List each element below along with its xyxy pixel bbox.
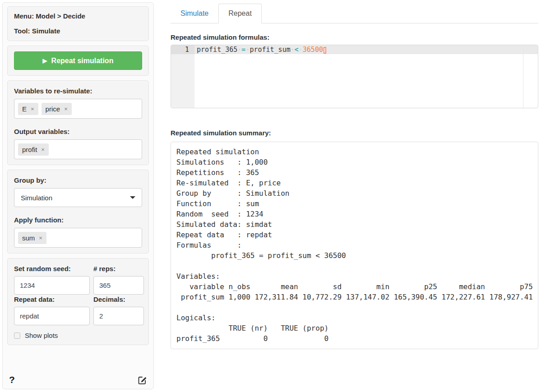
sidebar-footer: ?: [9, 374, 147, 386]
menu-info-panel: Menu: Model > Decide Tool: Simulate: [7, 6, 149, 41]
remove-icon[interactable]: ×: [31, 106, 34, 112]
reps-input[interactable]: [93, 276, 144, 295]
play-icon: ▶: [43, 58, 47, 64]
variables-panel: Variables to re-simulate: E × price × Ou…: [7, 80, 149, 165]
group-by-value: Simulation: [21, 194, 52, 202]
code-token: 36500: [303, 46, 323, 54]
decimals-input[interactable]: [93, 307, 144, 325]
tag-profit[interactable]: profit ×: [18, 143, 49, 156]
tag-label: E: [22, 105, 27, 113]
tag-label: price: [46, 105, 60, 113]
repeat-data-input[interactable]: [14, 307, 90, 325]
summary-heading: Repeated simulation summary:: [171, 129, 538, 137]
repeat-simulation-button[interactable]: ▶ Repeat simulation: [14, 51, 142, 70]
show-plots-label[interactable]: Show plots: [25, 332, 58, 339]
remove-icon[interactable]: ×: [39, 235, 42, 241]
group-by-select[interactable]: Simulation: [14, 188, 142, 207]
seed-label: Set random seed:: [14, 265, 90, 272]
whitespace-dot: [291, 46, 295, 54]
settings-panel: Set random seed: # reps: Repeat data: De…: [7, 258, 149, 345]
editor-gutter: [171, 45, 194, 108]
tool-label: Tool: Simulate: [14, 27, 142, 35]
line-number: 1: [171, 45, 189, 54]
repeat-simulation-button-label: Repeat simulation: [51, 57, 114, 65]
help-icon[interactable]: ?: [9, 374, 15, 385]
edit-report-icon[interactable]: [138, 375, 147, 385]
tab-repeat[interactable]: Repeat: [218, 4, 262, 23]
formulas-heading: Repeated simulation formulas:: [171, 33, 538, 41]
resim-input[interactable]: E × price ×: [14, 99, 142, 119]
apply-function-label: Apply function:: [14, 216, 142, 224]
output-vars-input[interactable]: profit ×: [14, 139, 142, 159]
run-panel: ▶ Repeat simulation: [7, 46, 149, 76]
tag-E[interactable]: E ×: [18, 103, 38, 115]
tag-price[interactable]: price ×: [42, 103, 72, 115]
group-by-label: Group by:: [14, 176, 142, 184]
whitespace-dot: [299, 46, 303, 54]
tab-bar: Simulate Repeat: [171, 4, 538, 23]
tag-sum[interactable]: sum ×: [18, 232, 46, 244]
code-token: <: [295, 46, 299, 54]
summary-text: Repeated simulation Simulations : 1,000 …: [176, 147, 534, 344]
show-plots-checkbox[interactable]: [14, 332, 20, 339]
repeat-data-label: Repeat data:: [14, 295, 90, 303]
code-token: profit_sum: [250, 46, 290, 54]
caret-down-icon: [130, 196, 135, 199]
text-cursor: [324, 47, 326, 54]
seed-input[interactable]: [14, 276, 90, 295]
formula-code-line[interactable]: profit_365=profit_sum<36500: [197, 45, 326, 54]
sidebar: Menu: Model > Decide Tool: Simulate ▶ Re…: [2, 2, 154, 389]
main-panel: Simulate Repeat Repeated simulation form…: [171, 4, 538, 349]
remove-icon[interactable]: ×: [41, 146, 45, 153]
tag-label: sum: [22, 234, 35, 242]
summary-output: Repeated simulation Simulations : 1,000 …: [171, 142, 538, 349]
editor-print-margin: [523, 45, 523, 108]
grouping-panel: Group by: Simulation Apply function: sum…: [7, 170, 149, 254]
formula-editor[interactable]: 1 profit_365=profit_sum<36500: [171, 45, 538, 108]
resim-label: Variables to re-simulate:: [14, 87, 142, 95]
output-vars-label: Output variables:: [14, 128, 142, 135]
tab-simulate[interactable]: Simulate: [171, 4, 218, 23]
menu-breadcrumb: Menu: Model > Decide: [14, 12, 142, 20]
apply-function-input[interactable]: sum ×: [14, 228, 142, 248]
decimals-label: Decimals:: [93, 295, 144, 303]
remove-icon[interactable]: ×: [64, 106, 68, 112]
whitespace-dot: [237, 46, 241, 54]
tag-label: profit: [22, 146, 37, 153]
reps-label: # reps:: [93, 265, 144, 272]
code-token: profit_365: [197, 46, 237, 54]
show-plots-row: Show plots: [14, 332, 142, 339]
